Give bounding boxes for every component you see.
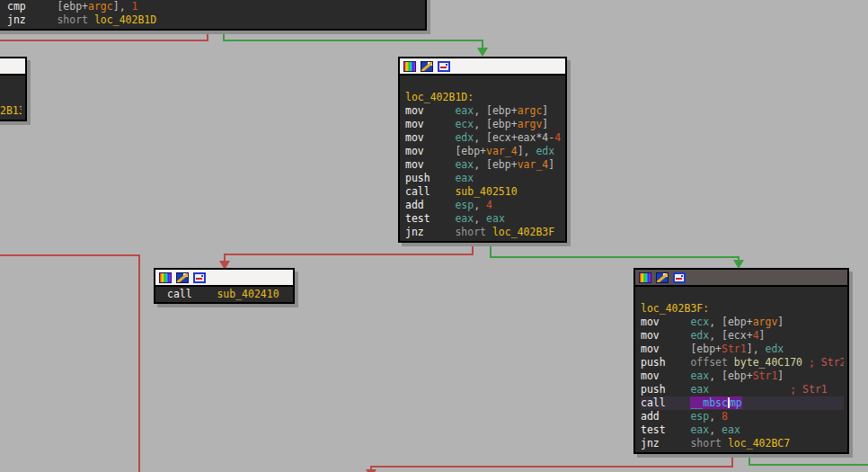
asm-line[interactable]: call sub_402410	[167, 288, 289, 301]
token-stackvar: argv	[518, 118, 543, 130]
node-color-icon[interactable]	[639, 272, 651, 283]
asm-line[interactable]: mov ecx, [ebp+argv]	[641, 316, 844, 329]
token-mnemonic: jnz	[405, 226, 455, 238]
asm-line[interactable]: push eax ; Str1	[641, 383, 844, 396]
asm-line[interactable]: test eax, eax	[641, 423, 844, 437]
token-register: edx	[455, 131, 474, 144]
group-node-icon[interactable]	[673, 272, 686, 283]
asm-line[interactable]: mov ecx, [ebp+argv]	[405, 118, 562, 131]
token-number: 1	[132, 0, 138, 13]
asm-line[interactable]	[641, 289, 844, 302]
asm-line[interactable]: mov eax, [ebp+var_4]	[405, 158, 562, 172]
asm-line[interactable]: jnz short loc_402B1D	[7, 13, 421, 27]
token-mnemonic: mov	[405, 158, 455, 171]
edit-node-icon[interactable]	[176, 272, 189, 283]
edit-node-icon[interactable]	[656, 272, 669, 283]
asm-line[interactable]: jnz short loc_402B3F	[405, 226, 562, 239]
asm-line[interactable]: mov eax, [ebp+argc]	[405, 104, 562, 118]
token-register: edx	[766, 343, 784, 355]
token-punct: ],	[518, 145, 536, 157]
graph-canvas[interactable]: cmp [ebp+argc], 1jnz short loc_402B1D 2B…	[0, 0, 868, 472]
token-register: eax	[690, 370, 709, 382]
node-body[interactable]: loc_402B3F:mov ecx, [ebp+argv]mov edx, […	[635, 287, 847, 452]
token-number: 4	[753, 329, 759, 342]
asm-line[interactable]: push eax	[405, 172, 562, 185]
token-mnemonic: call	[641, 396, 690, 409]
asm-line[interactable]: push offset byte_40C170 ; Str2	[641, 356, 844, 370]
edge-top-true	[224, 29, 483, 49]
token-mnemonic: mov	[405, 118, 455, 130]
token-punct: , [ebp+	[474, 158, 517, 171]
group-node-icon[interactable]	[193, 272, 206, 283]
asm-line[interactable]: mov eax, [ebp+Str1]	[641, 370, 844, 383]
token-punct: ,	[709, 423, 722, 436]
token-punct: ]	[777, 316, 784, 328]
token-punct: , [ecx+	[709, 329, 752, 342]
group-node-icon[interactable]	[438, 61, 450, 72]
asm-line[interactable]: add esp, 4	[405, 199, 562, 212]
node-loc-402b3f[interactable]: loc_402B3F:mov ecx, [ebp+argv]mov edx, […	[633, 268, 849, 454]
asm-line[interactable]: jnz short loc_402BC7	[641, 437, 844, 450]
token-comment: ; Str1	[790, 383, 828, 396]
token-comment: ; Str2	[809, 356, 844, 369]
asm-line[interactable]: loc_402B3F:	[641, 302, 844, 316]
asm-line[interactable]: mov edx, [ecx+eax*4-4]	[405, 131, 562, 145]
token-register: edx	[536, 145, 554, 157]
token-register: eax	[455, 172, 474, 184]
edge-402b3f-false	[371, 453, 732, 470]
node-body[interactable]: call sub_402410	[155, 287, 293, 302]
token-address: loc_402BC7	[728, 437, 790, 450]
asm-line[interactable]: add esp, 8	[641, 410, 844, 423]
asm-line[interactable]: mov [ebp+Str1], edx	[641, 343, 844, 356]
node-color-icon[interactable]	[159, 272, 172, 283]
token-punct: ]	[542, 118, 548, 130]
asm-line[interactable]: call sub_402510	[405, 185, 562, 199]
token-stackvar: argc	[518, 104, 543, 117]
token-register: ecx	[690, 316, 709, 328]
token-mnemonic: mov	[405, 145, 455, 157]
asm-line[interactable]	[405, 77, 562, 91]
node-loc-402b13-partial[interactable]: 2B13	[0, 57, 27, 121]
node-cmp-jnz[interactable]: cmp [ebp+argc], 1jnz short loc_402B1D	[0, 0, 427, 31]
asm-line[interactable]: mov [ebp+var_4], edx	[405, 145, 562, 158]
asm-line[interactable]: cmp [ebp+argc], 1	[7, 0, 421, 13]
token-register: edx	[690, 329, 709, 342]
asm-line[interactable]: mov edx, [ecx+4]	[641, 329, 844, 343]
node-loc-402b1d[interactable]: loc_402B1D:mov eax, [ebp+argc]mov ecx, […	[398, 57, 567, 243]
asm-line[interactable]: call __mbscmp	[641, 396, 844, 410]
token-punct	[802, 356, 809, 369]
token-punct: ]	[777, 370, 784, 382]
token-highlighted-call: mp	[730, 396, 742, 409]
token-keyword: short	[57, 13, 94, 26]
token-number: 4	[486, 199, 492, 211]
node-titlebar	[155, 270, 293, 287]
asm-line[interactable]: test eax, eax	[405, 212, 562, 226]
edge-top-true-arrow	[477, 48, 488, 57]
token-register: eax	[690, 423, 709, 436]
node-body[interactable]: cmp [ebp+argc], 1jnz short loc_402B1D	[0, 0, 425, 29]
token-mnemonic: mov	[641, 316, 690, 328]
token-stackvar: argc	[88, 0, 113, 13]
token-mnemonic: push	[641, 383, 690, 396]
node-titlebar-active	[635, 270, 847, 287]
token-mnemonic: test	[405, 212, 455, 225]
asm-line[interactable]: loc_402B1D:	[405, 91, 562, 104]
token-register: eax	[455, 104, 474, 117]
token-register: esp	[455, 199, 474, 211]
asm-line[interactable]	[0, 91, 22, 104]
node-body[interactable]: 2B13	[0, 76, 25, 120]
token-stackvar-str: Str1	[753, 370, 778, 382]
token-keyword: short	[690, 437, 728, 450]
token-punct: , [ebp+	[474, 104, 517, 117]
token-mnemonic: jnz	[7, 13, 57, 26]
edit-node-icon[interactable]	[421, 61, 433, 72]
edge-402b3f-true	[749, 453, 868, 465]
asm-line[interactable]: 2B13	[0, 104, 22, 118]
asm-line[interactable]	[0, 77, 22, 91]
token-mnemonic: mov	[405, 131, 455, 144]
token-punct: ]	[548, 158, 554, 171]
node-body[interactable]: loc_402B1D:mov eax, [ebp+argc]mov ecx, […	[400, 76, 565, 241]
token-punct: [ebp+	[57, 0, 88, 13]
node-call-sub-402410[interactable]: call sub_402410	[154, 268, 295, 304]
node-color-icon[interactable]	[403, 61, 416, 72]
